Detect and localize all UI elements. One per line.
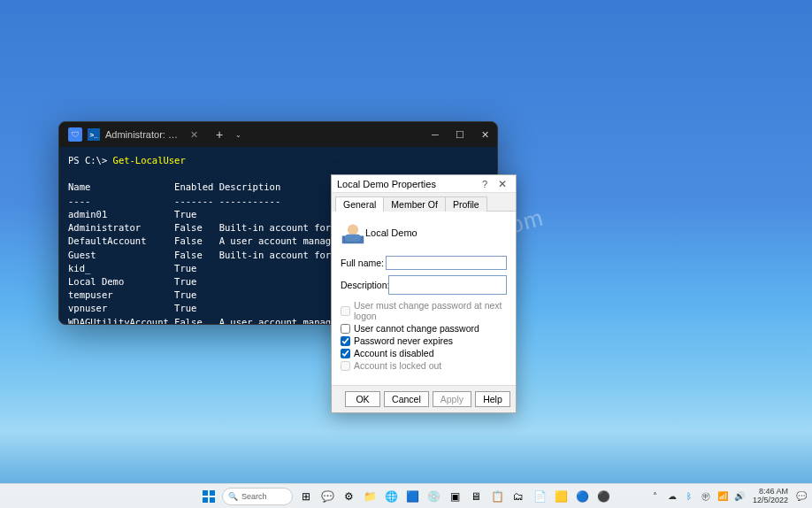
dialog-close-icon[interactable]: ✕ xyxy=(494,178,510,190)
svg-rect-4 xyxy=(210,490,215,496)
tab-close-icon[interactable]: ✕ xyxy=(190,129,198,141)
svg-rect-2 xyxy=(345,235,361,242)
notifications-icon[interactable]: 💬 xyxy=(794,489,808,504)
settings-icon[interactable]: ⚙ xyxy=(339,487,358,506)
checkbox-label-3: Account is disabled xyxy=(354,348,433,358)
wifi-icon[interactable]: 📶 xyxy=(716,489,730,504)
close-button[interactable]: ✕ xyxy=(472,122,497,147)
tab-title[interactable]: Administrator: Windows Powe xyxy=(105,129,185,140)
checkbox-label-1: User cannot change password xyxy=(354,323,479,334)
app-icon-9[interactable]: ⚫ xyxy=(594,487,613,506)
svg-rect-6 xyxy=(210,497,215,503)
app-icon-4[interactable]: 📋 xyxy=(487,487,507,506)
full-name-label: Full name: xyxy=(341,258,386,268)
language-icon[interactable]: ㊥ xyxy=(699,489,713,504)
app-icon-2[interactable]: 💿 xyxy=(424,487,443,506)
app-icon-1[interactable]: 🟦 xyxy=(402,487,422,506)
volume-icon[interactable]: 🔊 xyxy=(732,489,747,504)
help-button[interactable]: Help xyxy=(475,391,510,407)
shield-icon: 🛡 xyxy=(68,127,82,142)
app-icon-7[interactable]: 🟨 xyxy=(551,487,571,506)
taskbar-center: 🔍 Search ⊞ 💬 ⚙ 📁 🌐 🟦 💿 ▣ 🖥 📋 🗂 📄 🟨 🔵 ⚫ xyxy=(199,487,613,506)
checkbox-4: Account is locked out xyxy=(341,360,507,371)
app-icon-6[interactable]: 📄 xyxy=(530,487,549,506)
full-name-input[interactable] xyxy=(386,256,507,270)
new-tab-button[interactable]: + xyxy=(209,127,230,142)
tab-general[interactable]: General xyxy=(335,196,384,212)
taskbar: 🔍 Search ⊞ 💬 ⚙ 📁 🌐 🟦 💿 ▣ 🖥 📋 🗂 📄 🟨 🔵 ⚫ ˄… xyxy=(0,483,812,508)
terminal-titlebar[interactable]: 🛡 >_ Administrator: Windows Powe ✕ + ⌄ ─… xyxy=(59,122,497,147)
clock[interactable]: 8:46 AM 12/5/2022 xyxy=(753,488,788,505)
user-header: Local Demo xyxy=(341,220,507,245)
checkbox-input-0 xyxy=(341,306,350,316)
checkbox-2[interactable]: Password never expires xyxy=(341,335,507,346)
explorer-icon[interactable]: 📁 xyxy=(360,487,379,506)
svg-rect-3 xyxy=(203,490,208,496)
cancel-button[interactable]: Cancel xyxy=(384,391,429,407)
search-placeholder: Search xyxy=(241,492,267,501)
app-icon-8[interactable]: 🔵 xyxy=(572,487,592,506)
description-input[interactable] xyxy=(388,275,507,295)
checkbox-input-1[interactable] xyxy=(341,324,350,334)
start-icon[interactable] xyxy=(199,487,218,506)
minimize-button[interactable]: ─ xyxy=(423,122,448,147)
terminal-icon[interactable]: ▣ xyxy=(445,487,464,506)
checkbox-label-2: Password never expires xyxy=(354,335,453,346)
checkbox-input-4 xyxy=(341,361,350,371)
onedrive-icon[interactable]: ☁ xyxy=(665,489,679,504)
app-icon-3[interactable]: 🖥 xyxy=(466,487,486,506)
svg-point-1 xyxy=(348,224,358,235)
dialog-body: Local Demo Full name: Description: User … xyxy=(332,212,516,385)
edge-icon[interactable]: 🌐 xyxy=(381,487,401,506)
tray-chevron-icon[interactable]: ˄ xyxy=(648,489,663,504)
powershell-icon: >_ xyxy=(88,128,100,141)
tab-member-of[interactable]: Member Of xyxy=(383,196,446,212)
date-text: 12/5/2022 xyxy=(753,496,788,505)
task-view-icon[interactable]: ⊞ xyxy=(296,487,316,506)
desktop: 系统部落 xitongbuluo.com 🛡 >_ Administrator:… xyxy=(0,0,812,508)
checkbox-label-4: Account is locked out xyxy=(354,360,441,371)
help-icon[interactable]: ? xyxy=(482,179,487,189)
checkbox-input-3[interactable] xyxy=(341,349,350,358)
system-tray: ˄ ☁ ᛒ ㊥ 📶 🔊 8:46 AM 12/5/2022 💬 xyxy=(648,488,808,505)
user-icon xyxy=(341,220,365,245)
svg-rect-5 xyxy=(203,497,208,503)
dialog-title: Local Demo Properties xyxy=(337,179,482,189)
checkbox-input-2[interactable] xyxy=(341,336,350,346)
bluetooth-icon[interactable]: ᛒ xyxy=(682,489,696,504)
dialog-buttons: OK Cancel Apply Help xyxy=(332,385,516,412)
checkbox-0: User must change password at next logon xyxy=(341,300,507,321)
checkbox-label-0: User must change password at next logon xyxy=(354,300,507,321)
maximize-button[interactable]: ☐ xyxy=(448,122,472,147)
checkbox-3[interactable]: Account is disabled xyxy=(341,348,507,358)
tab-dropdown-icon[interactable]: ⌄ xyxy=(230,131,247,139)
chat-icon[interactable]: 💬 xyxy=(318,487,337,506)
dialog-tabs: General Member Of Profile xyxy=(332,193,516,212)
properties-dialog: Local Demo Properties ? ✕ General Member… xyxy=(331,174,517,413)
apply-button[interactable]: Apply xyxy=(433,391,471,407)
tab-profile[interactable]: Profile xyxy=(445,196,487,212)
ok-button[interactable]: OK xyxy=(345,391,380,407)
user-name: Local Demo xyxy=(365,227,417,238)
search-input[interactable]: 🔍 Search xyxy=(222,488,293,505)
app-icon-5[interactable]: 🗂 xyxy=(509,487,528,506)
description-label: Description: xyxy=(341,280,388,290)
checkbox-1[interactable]: User cannot change password xyxy=(341,323,507,334)
dialog-titlebar[interactable]: Local Demo Properties ? ✕ xyxy=(332,175,516,193)
